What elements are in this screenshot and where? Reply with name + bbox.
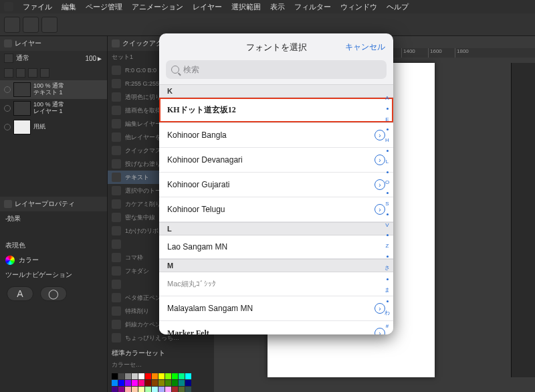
search-placeholder: 検索 xyxy=(183,64,199,76)
quick-icon xyxy=(112,39,120,47)
menu-bar: ファイル 編集 ページ管理 アニメーション レイヤー 選択範囲 表示 フィルター… xyxy=(0,0,535,13)
color-grid[interactable] xyxy=(112,373,210,392)
index-letter[interactable] xyxy=(387,213,389,215)
tool-icon[interactable] xyxy=(23,17,39,33)
index-letter[interactable] xyxy=(387,256,389,258)
menu-page[interactable]: ページ管理 xyxy=(86,2,122,12)
font-picker-title: フォントを選択 xyxy=(246,42,307,52)
index-letter[interactable] xyxy=(387,128,389,130)
props-label: レイヤープロパティ xyxy=(15,199,75,209)
font-list[interactable]: KKHドット道玄坂12Kohinoor Bangla›Kohinoor Deva… xyxy=(159,84,393,334)
index-letter[interactable] xyxy=(387,278,389,280)
displaycolor-label: 表現色 xyxy=(0,238,107,253)
layers-icon xyxy=(4,39,12,47)
font-section-header: L xyxy=(159,222,393,235)
layer-toggle-icon[interactable] xyxy=(28,68,37,78)
color-set-panel: 標準カラーセット カラーセ… xyxy=(108,345,214,392)
index-letter[interactable]: O xyxy=(385,179,389,185)
layer-name: レイヤー 1 xyxy=(33,108,64,115)
quick-item-icon xyxy=(112,320,121,329)
index-letter[interactable]: Z xyxy=(386,243,389,249)
cancel-button[interactable]: キャンセル xyxy=(345,41,385,53)
font-item[interactable]: Marker Felt› xyxy=(159,321,393,334)
layer-item-text1[interactable]: 100 % 通常テキスト 1 xyxy=(0,80,107,99)
index-letter[interactable] xyxy=(387,150,389,152)
font-item[interactable]: KHドット道玄坂12 xyxy=(159,98,393,123)
text-tool-button[interactable]: A xyxy=(7,286,33,301)
props-panel-title: レイヤープロパティ xyxy=(0,197,107,211)
font-section-header: K xyxy=(159,84,393,98)
search-icon xyxy=(171,66,179,74)
color-swatch-icon xyxy=(5,256,15,265)
opacity-value[interactable]: 100► xyxy=(85,55,103,62)
layer-toggle-icon[interactable] xyxy=(40,68,49,78)
font-name: Lao Sangam MN xyxy=(167,242,227,252)
index-letter[interactable]: E xyxy=(385,116,389,122)
index-letter[interactable] xyxy=(387,300,389,302)
index-letter[interactable]: L xyxy=(386,159,389,165)
index-letter[interactable] xyxy=(387,171,389,173)
visibility-icon[interactable] xyxy=(4,105,11,112)
layer-options: 通常 100► xyxy=(0,51,107,66)
index-letter[interactable]: V xyxy=(385,222,389,228)
font-item[interactable]: Mac細丸ｺﾞｼｯｸ xyxy=(159,272,393,296)
colorset-label: 標準カラーセット xyxy=(112,349,165,358)
blend-mode-select[interactable] xyxy=(4,54,13,63)
quick-item-icon xyxy=(112,186,121,195)
font-item[interactable]: Kohinoor Telugu› xyxy=(159,197,393,222)
menu-filter[interactable]: フィルター xyxy=(294,2,331,12)
index-letter[interactable]: # xyxy=(386,323,389,329)
quick-item-icon xyxy=(112,132,121,142)
quick-item-icon xyxy=(112,92,121,102)
visibility-icon[interactable] xyxy=(4,86,11,93)
font-item[interactable]: Kohinoor Devanagari› xyxy=(159,148,393,173)
layers-panel-title: レイヤー xyxy=(0,36,107,51)
quick-item-icon xyxy=(112,146,121,155)
tool-icon[interactable] xyxy=(41,17,58,33)
alphabet-index[interactable]: AEHLOSVZさまわ# xyxy=(383,95,392,329)
blend-mode-label: 通常 xyxy=(16,54,29,63)
index-letter[interactable]: H xyxy=(385,137,389,143)
menu-view[interactable]: 表示 xyxy=(270,2,285,12)
menu-help[interactable]: ヘルプ xyxy=(387,2,409,12)
index-letter[interactable] xyxy=(387,108,389,110)
menu-layer[interactable]: レイヤー xyxy=(193,2,222,12)
balloon-tool-button[interactable]: ◯ xyxy=(40,286,67,301)
search-input[interactable]: 検索 xyxy=(166,60,387,79)
index-letter[interactable]: A xyxy=(385,95,389,101)
toolbar xyxy=(0,13,535,36)
menu-anim[interactable]: アニメーション xyxy=(132,2,183,12)
index-letter[interactable] xyxy=(387,234,389,236)
menu-edit[interactable]: 編集 xyxy=(62,2,76,12)
font-item[interactable]: Kohinoor Bangla› xyxy=(159,123,393,148)
layer-toggle-icon[interactable] xyxy=(16,68,25,78)
index-letter[interactable]: わ xyxy=(385,309,390,316)
colorset-dropdown[interactable]: カラーセ… xyxy=(112,359,210,371)
menu-select[interactable]: 選択範囲 xyxy=(231,2,261,12)
quick-item-icon xyxy=(112,333,121,342)
tool-icon[interactable] xyxy=(4,17,20,33)
layer-item-layer1[interactable]: 100 % 通常レイヤー 1 xyxy=(0,99,107,118)
font-name: Kohinoor Telugu xyxy=(167,205,225,214)
visibility-icon[interactable] xyxy=(4,124,11,130)
quick-item-icon xyxy=(112,173,121,182)
layer-item-paper[interactable]: 用紙 xyxy=(0,118,107,136)
menu-window[interactable]: ウィンドウ xyxy=(340,2,377,12)
font-item[interactable]: Malayalam Sangam MN› xyxy=(159,296,393,321)
font-name: Mac細丸ｺﾞｼｯｸ xyxy=(167,279,216,289)
menu-file[interactable]: ファイル xyxy=(23,2,52,12)
color-row[interactable]: カラー xyxy=(0,253,107,268)
index-letter[interactable]: ま xyxy=(385,286,390,294)
quick-item-icon xyxy=(112,79,121,88)
layer-toggle-icon[interactable] xyxy=(4,68,13,78)
index-letter[interactable] xyxy=(387,192,389,194)
app-logo-icon xyxy=(4,2,13,11)
font-item[interactable]: Lao Sangam MN xyxy=(159,235,393,259)
quick-item-icon xyxy=(112,239,121,249)
props-icon xyxy=(4,200,12,208)
font-picker-header: フォントを選択 キャンセル xyxy=(159,33,393,60)
quick-item-icon xyxy=(112,266,121,276)
font-item[interactable]: Kohinoor Gujarati› xyxy=(159,173,393,197)
index-letter[interactable]: S xyxy=(385,201,389,207)
index-letter[interactable]: さ xyxy=(385,264,390,272)
